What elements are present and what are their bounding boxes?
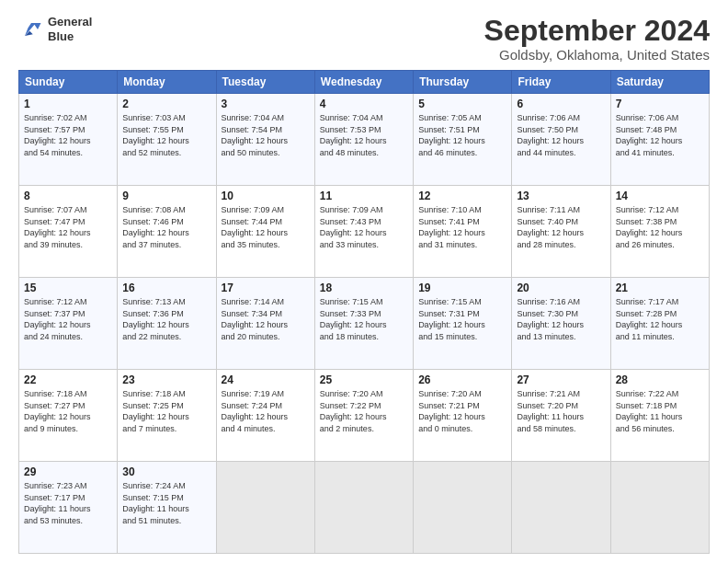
calendar-cell: 13Sunrise: 7:11 AMSunset: 7:40 PMDayligh… — [512, 186, 610, 278]
calendar-cell: 4Sunrise: 7:04 AMSunset: 7:53 PMDaylight… — [314, 94, 413, 186]
day-number: 13 — [517, 190, 605, 202]
cell-text: Sunrise: 7:05 AMSunset: 7:51 PMDaylight:… — [418, 112, 506, 158]
cell-text: Sunrise: 7:11 AMSunset: 7:40 PMDaylight:… — [517, 204, 605, 250]
day-number: 17 — [222, 282, 310, 294]
calendar-cell — [314, 462, 413, 554]
day-number: 2 — [122, 98, 210, 110]
calendar-cell: 16Sunrise: 7:13 AMSunset: 7:36 PMDayligh… — [118, 278, 216, 370]
cell-text: Sunrise: 7:13 AMSunset: 7:36 PMDaylight:… — [122, 296, 210, 342]
col-header-tuesday: Tuesday — [216, 71, 314, 94]
calendar-cell: 17Sunrise: 7:14 AMSunset: 7:34 PMDayligh… — [216, 278, 314, 370]
week-row-3: 15Sunrise: 7:12 AMSunset: 7:37 PMDayligh… — [19, 278, 710, 370]
col-header-friday: Friday — [512, 71, 610, 94]
cell-text: Sunrise: 7:19 AMSunset: 7:24 PMDaylight:… — [222, 388, 310, 434]
calendar-cell: 18Sunrise: 7:15 AMSunset: 7:33 PMDayligh… — [314, 278, 413, 370]
day-number: 7 — [616, 98, 704, 110]
day-number: 19 — [418, 282, 506, 294]
day-number: 18 — [320, 282, 408, 294]
cell-text: Sunrise: 7:12 AMSunset: 7:38 PMDaylight:… — [616, 204, 704, 250]
day-number: 10 — [222, 190, 310, 202]
cell-text: Sunrise: 7:17 AMSunset: 7:28 PMDaylight:… — [616, 296, 704, 342]
day-number: 6 — [517, 98, 605, 110]
calendar-cell: 5Sunrise: 7:05 AMSunset: 7:51 PMDaylight… — [414, 94, 512, 186]
calendar-cell: 19Sunrise: 7:15 AMSunset: 7:31 PMDayligh… — [414, 278, 512, 370]
col-header-thursday: Thursday — [414, 71, 512, 94]
calendar-body: 1Sunrise: 7:02 AMSunset: 7:57 PMDaylight… — [19, 94, 710, 554]
day-number: 1 — [24, 98, 112, 110]
day-number: 21 — [616, 282, 704, 294]
calendar-cell: 12Sunrise: 7:10 AMSunset: 7:41 PMDayligh… — [414, 186, 512, 278]
calendar-cell: 28Sunrise: 7:22 AMSunset: 7:18 PMDayligh… — [610, 370, 709, 462]
calendar-cell — [610, 462, 709, 554]
week-row-1: 1Sunrise: 7:02 AMSunset: 7:57 PMDaylight… — [19, 94, 710, 186]
col-header-monday: Monday — [118, 71, 216, 94]
calendar-cell: 7Sunrise: 7:06 AMSunset: 7:48 PMDaylight… — [610, 94, 709, 186]
header: General Blue September 2024 Goldsby, Okl… — [18, 15, 710, 63]
cell-text: Sunrise: 7:04 AMSunset: 7:53 PMDaylight:… — [320, 112, 408, 158]
calendar-cell: 20Sunrise: 7:16 AMSunset: 7:30 PMDayligh… — [512, 278, 610, 370]
day-number: 4 — [320, 98, 408, 110]
logo-icon — [18, 17, 44, 42]
calendar-cell — [216, 462, 314, 554]
day-number: 16 — [122, 282, 210, 294]
day-number: 8 — [24, 190, 112, 202]
cell-text: Sunrise: 7:02 AMSunset: 7:57 PMDaylight:… — [24, 112, 112, 158]
calendar-cell: 26Sunrise: 7:20 AMSunset: 7:21 PMDayligh… — [414, 370, 512, 462]
calendar-table: SundayMondayTuesdayWednesdayThursdayFrid… — [18, 70, 710, 554]
day-number: 11 — [320, 190, 408, 202]
calendar-cell: 29Sunrise: 7:23 AMSunset: 7:17 PMDayligh… — [19, 462, 118, 554]
logo-line1: General — [48, 15, 92, 29]
day-number: 12 — [418, 190, 506, 202]
col-header-wednesday: Wednesday — [314, 71, 413, 94]
header-row: SundayMondayTuesdayWednesdayThursdayFrid… — [19, 71, 710, 94]
cell-text: Sunrise: 7:22 AMSunset: 7:18 PMDaylight:… — [616, 388, 704, 434]
calendar-cell: 3Sunrise: 7:04 AMSunset: 7:54 PMDaylight… — [216, 94, 314, 186]
calendar-cell: 9Sunrise: 7:08 AMSunset: 7:46 PMDaylight… — [118, 186, 216, 278]
cell-text: Sunrise: 7:04 AMSunset: 7:54 PMDaylight:… — [222, 112, 310, 158]
cell-text: Sunrise: 7:21 AMSunset: 7:20 PMDaylight:… — [517, 388, 605, 434]
logo: General Blue — [18, 15, 92, 43]
calendar-cell: 21Sunrise: 7:17 AMSunset: 7:28 PMDayligh… — [610, 278, 709, 370]
title-block: September 2024 Goldsby, Oklahoma, United… — [484, 15, 710, 63]
cell-text: Sunrise: 7:18 AMSunset: 7:25 PMDaylight:… — [122, 388, 210, 434]
day-number: 15 — [24, 282, 112, 294]
day-number: 28 — [616, 373, 704, 386]
subtitle: Goldsby, Oklahoma, United States — [484, 47, 710, 63]
day-number: 24 — [222, 373, 310, 386]
day-number: 23 — [122, 373, 210, 386]
day-number: 30 — [122, 465, 210, 478]
cell-text: Sunrise: 7:15 AMSunset: 7:31 PMDaylight:… — [418, 296, 506, 342]
calendar-cell: 10Sunrise: 7:09 AMSunset: 7:44 PMDayligh… — [216, 186, 314, 278]
cell-text: Sunrise: 7:10 AMSunset: 7:41 PMDaylight:… — [418, 204, 506, 250]
calendar-cell: 11Sunrise: 7:09 AMSunset: 7:43 PMDayligh… — [314, 186, 413, 278]
calendar-cell: 24Sunrise: 7:19 AMSunset: 7:24 PMDayligh… — [216, 370, 314, 462]
cell-text: Sunrise: 7:20 AMSunset: 7:21 PMDaylight:… — [418, 388, 506, 434]
cell-text: Sunrise: 7:09 AMSunset: 7:43 PMDaylight:… — [320, 204, 408, 250]
day-number: 29 — [24, 465, 112, 478]
calendar-cell: 6Sunrise: 7:06 AMSunset: 7:50 PMDaylight… — [512, 94, 610, 186]
calendar-cell — [414, 462, 512, 554]
calendar-cell: 15Sunrise: 7:12 AMSunset: 7:37 PMDayligh… — [19, 278, 118, 370]
day-number: 3 — [222, 98, 310, 110]
calendar-cell: 8Sunrise: 7:07 AMSunset: 7:47 PMDaylight… — [19, 186, 118, 278]
calendar-cell: 22Sunrise: 7:18 AMSunset: 7:27 PMDayligh… — [19, 370, 118, 462]
cell-text: Sunrise: 7:14 AMSunset: 7:34 PMDaylight:… — [222, 296, 310, 342]
page: General Blue September 2024 Goldsby, Okl… — [0, 0, 728, 563]
cell-text: Sunrise: 7:07 AMSunset: 7:47 PMDaylight:… — [24, 204, 112, 250]
cell-text: Sunrise: 7:16 AMSunset: 7:30 PMDaylight:… — [517, 296, 605, 342]
cell-text: Sunrise: 7:15 AMSunset: 7:33 PMDaylight:… — [320, 296, 408, 342]
calendar-cell: 2Sunrise: 7:03 AMSunset: 7:55 PMDaylight… — [118, 94, 216, 186]
cell-text: Sunrise: 7:23 AMSunset: 7:17 PMDaylight:… — [24, 480, 112, 526]
logo-text: General Blue — [48, 15, 92, 43]
week-row-2: 8Sunrise: 7:07 AMSunset: 7:47 PMDaylight… — [19, 186, 710, 278]
cell-text: Sunrise: 7:03 AMSunset: 7:55 PMDaylight:… — [122, 112, 210, 158]
cell-text: Sunrise: 7:18 AMSunset: 7:27 PMDaylight:… — [24, 388, 112, 434]
cell-text: Sunrise: 7:12 AMSunset: 7:37 PMDaylight:… — [24, 296, 112, 342]
calendar-cell — [512, 462, 610, 554]
day-number: 20 — [517, 282, 605, 294]
calendar-cell: 25Sunrise: 7:20 AMSunset: 7:22 PMDayligh… — [314, 370, 413, 462]
week-row-5: 29Sunrise: 7:23 AMSunset: 7:17 PMDayligh… — [19, 462, 710, 554]
col-header-sunday: Sunday — [19, 71, 118, 94]
cell-text: Sunrise: 7:20 AMSunset: 7:22 PMDaylight:… — [320, 388, 408, 434]
calendar-cell: 14Sunrise: 7:12 AMSunset: 7:38 PMDayligh… — [610, 186, 709, 278]
